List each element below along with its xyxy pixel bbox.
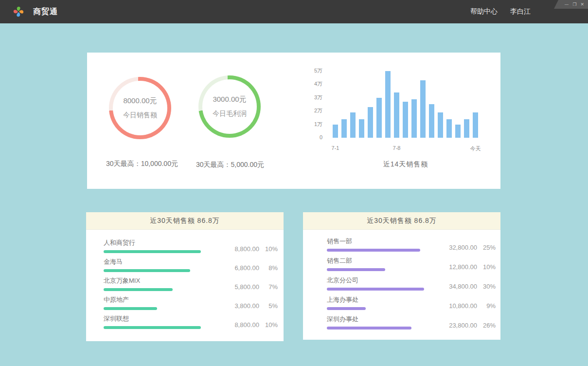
chart-bar[interactable] bbox=[333, 125, 338, 138]
list-item: 销售二部12,800.0010% bbox=[327, 254, 482, 274]
today-profit-value: 3000.00元 bbox=[213, 95, 246, 104]
list-item: 金海马6,800.008% bbox=[104, 255, 258, 274]
item-name: 深圳办事处 bbox=[327, 312, 482, 323]
item-bar bbox=[327, 288, 424, 291]
item-amount: 34,800.00 bbox=[447, 283, 477, 290]
item-amount: 5,800.00 bbox=[229, 283, 259, 291]
chart-x-tick: 7-8 bbox=[393, 145, 401, 151]
item-percent: 5% bbox=[264, 302, 278, 310]
chart-bar[interactable] bbox=[429, 104, 434, 138]
item-amount: 12,800.00 bbox=[447, 263, 477, 271]
item-bar-track bbox=[327, 288, 424, 291]
item-percent: 10% bbox=[264, 321, 278, 329]
today-profit-donut: 3000.00元 今日毛利润 bbox=[198, 75, 261, 138]
item-bar-track bbox=[104, 269, 201, 272]
item-bar bbox=[104, 250, 201, 253]
chart-bar[interactable] bbox=[394, 92, 399, 138]
pinwheel-logo-icon bbox=[13, 6, 24, 18]
item-amount: 3,800.00 bbox=[229, 302, 259, 310]
item-bar bbox=[104, 288, 173, 291]
today-sales-donut-center: 8000.00元 今日销售额 bbox=[113, 81, 167, 135]
item-percent: 10% bbox=[264, 245, 278, 253]
list-item: 上海办事处10,800.009% bbox=[327, 293, 482, 312]
department-ranking-card: 近30天销售额 86.8万 销售一部32,800.0025%销售二部12,800… bbox=[303, 212, 500, 340]
item-amount: 8,800.00 bbox=[229, 321, 259, 329]
chart-bar[interactable] bbox=[350, 112, 356, 138]
item-bar-track bbox=[104, 326, 201, 329]
chart-bar[interactable] bbox=[473, 112, 478, 138]
item-bar-track bbox=[327, 307, 424, 310]
today-sales-donut: 8000.00元 今日销售额 bbox=[109, 77, 171, 139]
today-profit-donut-center: 3000.00元 今日毛利润 bbox=[202, 79, 257, 134]
chart-bar[interactable] bbox=[455, 125, 461, 138]
list-item: 销售一部32,800.0025% bbox=[327, 235, 482, 254]
chart-bar[interactable] bbox=[438, 112, 443, 138]
list-item: 人和商贸行8,800.0010% bbox=[104, 236, 258, 255]
close-button[interactable]: ✕ bbox=[580, 2, 584, 7]
chart-y-tick: 4万 bbox=[301, 80, 322, 87]
item-amount: 8,800.00 bbox=[229, 245, 259, 253]
today-profit-label: 今日毛利润 bbox=[213, 110, 247, 118]
sales-14day-chart: 5万4万3万2万1万0 7-17-8今天 近14天销售额 bbox=[301, 53, 496, 189]
app-header: 商贸通 帮助中心 李白江 — ❐ ✕ bbox=[0, 0, 588, 23]
dashboard-page: 8000.00元 今日销售额 30天最高：10,000.00元 3000.00元… bbox=[0, 23, 588, 366]
item-value: 12,800.0010% bbox=[447, 263, 496, 271]
item-value: 5,800.007% bbox=[229, 283, 278, 291]
department-ranking-list: 销售一部32,800.0025%销售二部12,800.0010%北京分公司34,… bbox=[303, 230, 500, 332]
appbar-nav: 帮助中心 李白江 bbox=[470, 0, 531, 23]
chart-bar[interactable] bbox=[385, 71, 391, 138]
item-percent: 30% bbox=[482, 283, 496, 290]
item-bar bbox=[327, 307, 366, 310]
chart-y-tick: 1万 bbox=[301, 121, 322, 128]
item-percent: 8% bbox=[264, 264, 278, 272]
item-bar bbox=[104, 326, 201, 329]
item-bar-track bbox=[104, 288, 201, 291]
chart-bar[interactable] bbox=[446, 119, 452, 138]
item-value: 6,800.008% bbox=[229, 264, 278, 272]
chart-y-tick: 0 bbox=[301, 134, 322, 141]
chart-y-tick: 2万 bbox=[301, 107, 322, 114]
item-amount: 10,800.00 bbox=[447, 302, 477, 310]
item-bar-track bbox=[327, 268, 424, 271]
item-bar bbox=[327, 268, 385, 271]
item-value: 34,800.0030% bbox=[447, 283, 496, 290]
item-name: 销售一部 bbox=[327, 235, 482, 245]
chart-bar[interactable] bbox=[368, 107, 373, 138]
item-bar bbox=[104, 307, 157, 310]
list-item: 北京分公司34,800.0030% bbox=[327, 274, 482, 293]
chart-y-tick: 5万 bbox=[301, 67, 322, 74]
item-bar-track bbox=[327, 249, 424, 252]
item-name: 中原地产 bbox=[104, 293, 258, 303]
today-sales-label: 今日销售额 bbox=[123, 111, 157, 120]
item-value: 8,800.0010% bbox=[229, 321, 278, 329]
item-bar-track bbox=[104, 307, 201, 310]
item-percent: 25% bbox=[482, 244, 496, 251]
item-bar-track bbox=[327, 327, 424, 329]
overview-card: 8000.00元 今日销售额 30天最高：10,000.00元 3000.00元… bbox=[87, 53, 500, 189]
item-percent: 7% bbox=[264, 283, 278, 291]
chart-bar[interactable] bbox=[359, 119, 364, 138]
today-sales-value: 8000.00元 bbox=[123, 96, 157, 106]
chart-bar[interactable] bbox=[376, 98, 382, 138]
item-value: 10,800.009% bbox=[447, 302, 496, 310]
chart-bar[interactable] bbox=[341, 119, 347, 138]
item-name: 金海马 bbox=[104, 255, 258, 265]
chart-bar[interactable] bbox=[464, 119, 469, 138]
customer-ranking-list: 人和商贸行8,800.0010%金海马6,800.008%北京万象MIX5,80… bbox=[86, 230, 284, 331]
item-percent: 9% bbox=[482, 302, 496, 310]
item-name: 北京万象MIX bbox=[104, 274, 258, 284]
nav-username[interactable]: 李白江 bbox=[510, 7, 531, 16]
minimize-button[interactable]: — bbox=[564, 2, 569, 7]
list-item: 深圳联想8,800.0010% bbox=[104, 312, 258, 331]
chart-x-tick: 今天 bbox=[470, 145, 481, 152]
maximize-button[interactable]: ❐ bbox=[572, 2, 576, 7]
item-percent: 26% bbox=[482, 322, 496, 329]
item-value: 32,800.0025% bbox=[447, 244, 496, 251]
nav-help-center[interactable]: 帮助中心 bbox=[470, 7, 498, 16]
item-name: 上海办事处 bbox=[327, 293, 482, 303]
item-percent: 10% bbox=[482, 263, 496, 271]
chart-bar[interactable] bbox=[420, 80, 426, 138]
chart-bar[interactable] bbox=[403, 102, 408, 138]
chart-bar[interactable] bbox=[411, 99, 417, 138]
chart-title: 近14天销售额 bbox=[333, 160, 479, 169]
